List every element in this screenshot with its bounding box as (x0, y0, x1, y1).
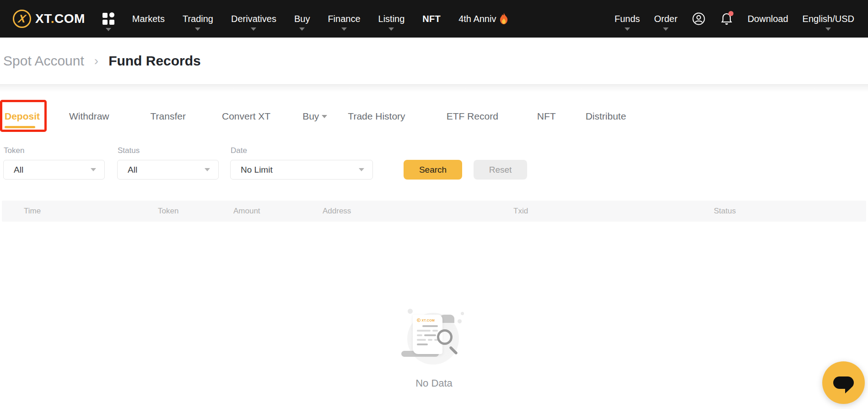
nav-right-group: Funds Order Download English/USD (615, 12, 854, 26)
apps-grid-menu[interactable] (102, 13, 114, 25)
notification-dot (728, 11, 733, 16)
chevron-down-icon (91, 168, 96, 171)
apps-grid-icon (102, 13, 114, 25)
date-filter-label: Date (231, 146, 373, 155)
tab-etf-record[interactable]: ETF Record (447, 111, 498, 122)
column-header-token: Token (158, 207, 233, 216)
nav-item-finance[interactable]: Finance (328, 14, 360, 24)
status-filter-label: Status (118, 146, 219, 155)
magnifier-icon (437, 329, 453, 345)
nav-item-order[interactable]: Order (654, 14, 678, 24)
chevron-down-icon (195, 27, 200, 31)
nav-item-trading[interactable]: Trading (183, 14, 213, 24)
nav-item-download[interactable]: Download (748, 14, 788, 24)
account-icon[interactable] (692, 12, 706, 26)
nav-item-listing[interactable]: Listing (378, 14, 405, 24)
page-title: Fund Records (108, 53, 201, 69)
fire-icon (499, 13, 509, 25)
no-data-illustration: X XT.COM (398, 305, 471, 375)
tab-transfer[interactable]: Transfer (151, 111, 186, 122)
language-currency-selector[interactable]: English/USD (803, 14, 854, 24)
xt-logo-icon: X (13, 10, 31, 28)
record-tabs: Deposit Withdraw Transfer Convert XT Buy… (0, 111, 868, 135)
search-button[interactable]: Search (404, 160, 462, 180)
column-header-amount: Amount (233, 207, 323, 216)
filter-bar: Token All Status All Date No Limit Searc… (0, 146, 868, 180)
token-filter-label: Token (4, 146, 105, 155)
chevron-down-icon (299, 27, 305, 31)
tab-trade-history[interactable]: Trade History (348, 111, 405, 122)
xt-logo-text: XT.COM (35, 11, 85, 26)
top-navigation: X XT.COM Markets Trading Derivatives Buy… (0, 0, 868, 38)
chevron-down-icon (251, 27, 256, 31)
fund-records-page: X XT.COM Markets Trading Derivatives Buy… (0, 0, 868, 409)
tab-deposit[interactable]: Deposit (5, 111, 40, 122)
breadcrumb-separator-icon: › (94, 54, 98, 68)
nav-item-4th-anniv[interactable]: 4th Anniv (458, 13, 509, 25)
status-select[interactable]: All (117, 160, 219, 180)
chat-bubble-icon (833, 376, 854, 389)
column-header-time: Time (24, 207, 158, 216)
chevron-down-icon (341, 27, 347, 31)
nav-item-derivatives[interactable]: Derivatives (231, 14, 276, 24)
active-tab-underline (5, 126, 35, 128)
tab-buy[interactable]: Buy (302, 111, 327, 122)
date-select[interactable]: No Limit (230, 160, 373, 180)
no-data-label: No Data (415, 377, 453, 389)
chevron-down-icon (106, 28, 111, 31)
chevron-down-icon (625, 27, 630, 31)
notifications-bell-icon[interactable] (720, 12, 733, 26)
empty-state: X XT.COM No Data (0, 305, 868, 389)
xt-logo[interactable]: X XT.COM (13, 10, 85, 28)
tab-convert-xt[interactable]: Convert XT (222, 111, 270, 122)
nav-item-nft[interactable]: NFT (422, 14, 441, 24)
breadcrumb: Spot Account › Fund Records (0, 38, 868, 85)
header-shadow (0, 85, 868, 92)
nav-item-markets[interactable]: Markets (132, 14, 165, 24)
chevron-down-icon (825, 27, 831, 31)
reset-button[interactable]: Reset (474, 160, 527, 180)
column-header-txid: Txid (513, 207, 714, 216)
nav-menu: Markets Trading Derivatives Buy Finance … (102, 13, 509, 25)
chevron-down-icon (205, 168, 210, 171)
chevron-down-icon (359, 168, 364, 171)
tab-withdraw[interactable]: Withdraw (69, 111, 109, 122)
breadcrumb-spot-account[interactable]: Spot Account (3, 53, 84, 69)
tab-nft[interactable]: NFT (537, 111, 556, 122)
records-table-header: Time Token Amount Address Txid Status (2, 201, 866, 222)
nav-item-funds[interactable]: Funds (615, 14, 640, 24)
chevron-down-icon (663, 27, 669, 31)
chevron-down-icon (388, 27, 394, 31)
chevron-down-icon (322, 115, 327, 118)
nav-item-buy[interactable]: Buy (294, 14, 310, 24)
tab-distribute[interactable]: Distribute (586, 111, 626, 122)
column-header-status: Status (714, 207, 866, 216)
column-header-address: Address (323, 207, 513, 216)
token-select[interactable]: All (3, 160, 105, 180)
chat-support-button[interactable] (822, 361, 865, 404)
